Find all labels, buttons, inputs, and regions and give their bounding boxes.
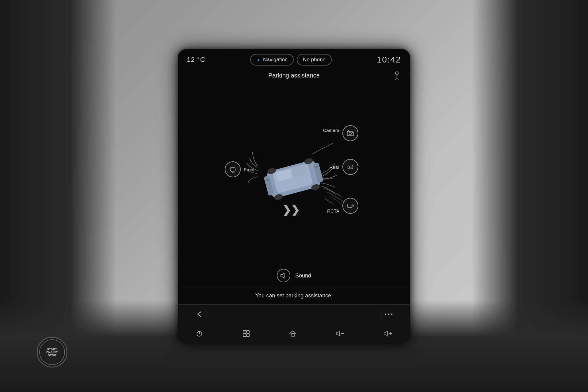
svg-marker-29 [281, 273, 284, 278]
dashboard-background: START ENGINE STOP 12 °C ▲ Navigation No … [0, 0, 588, 392]
main-content: ❯❯ Front [178, 83, 410, 304]
nav-buttons-group: ▲ Navigation No phone [250, 54, 332, 66]
svg-point-31 [388, 314, 390, 315]
volume-down-button[interactable] [333, 328, 347, 339]
back-icon [195, 310, 203, 318]
svg-rect-36 [247, 330, 249, 333]
svg-text:❯❯: ❯❯ [282, 204, 300, 216]
vol-up-icon [383, 330, 393, 337]
svg-rect-37 [243, 334, 246, 337]
svg-line-6 [325, 198, 333, 204]
svg-marker-40 [336, 331, 340, 336]
time-display: 10:42 [377, 55, 401, 65]
phone-button[interactable]: No phone [297, 54, 332, 66]
svg-point-30 [385, 314, 386, 315]
svg-line-2 [395, 78, 397, 80]
sound-button[interactable] [277, 269, 290, 282]
page-title-bar: Parking assistance [178, 69, 410, 83]
sound-section: Sound [268, 265, 320, 287]
svg-line-4 [312, 143, 333, 154]
bottom-navigation [178, 304, 410, 343]
camera-sensor-label: Camera [323, 128, 339, 133]
navigation-button[interactable]: ▲ Navigation [250, 54, 294, 66]
svg-point-25 [352, 132, 353, 133]
temperature-display: 12 °C [187, 56, 205, 64]
svg-point-32 [391, 314, 393, 315]
rcta-sensor-button[interactable] [342, 198, 358, 214]
grid-button[interactable] [240, 327, 253, 340]
page-title: Parking assistance [198, 72, 390, 79]
svg-line-3 [397, 78, 398, 80]
info-text: You can set parking assistance. [246, 287, 342, 304]
svg-point-0 [395, 72, 398, 75]
svg-rect-26 [348, 165, 353, 169]
engine-start-button[interactable]: START ENGINE STOP [37, 337, 67, 368]
svg-rect-38 [247, 334, 249, 337]
grid-icon [242, 330, 250, 337]
nav-arrow-icon: ▲ [256, 57, 261, 62]
back-button[interactable] [193, 308, 206, 321]
svg-marker-42 [384, 331, 387, 336]
power-button[interactable] [193, 327, 206, 340]
bottom-nav-top-row [178, 305, 410, 324]
more-icon [385, 313, 393, 316]
navigation-label: Navigation [263, 57, 288, 63]
svg-rect-35 [243, 330, 246, 333]
rcta-sensor-label: RCTA [327, 208, 339, 213]
svg-rect-39 [291, 334, 294, 336]
top-bar: 12 °C ▲ Navigation No phone 10:42 [178, 49, 410, 69]
rear-sensor-icon [346, 163, 355, 171]
svg-point-27 [349, 166, 351, 168]
rear-sensor-label: Rear [329, 164, 339, 170]
power-icon [195, 330, 203, 337]
camera-sensor-button[interactable] [342, 125, 358, 141]
home-icon [289, 330, 297, 337]
bottom-nav-bottom-row [178, 324, 410, 343]
rcta-sensor-icon [346, 202, 355, 210]
engine-label-engine: ENGINE [46, 351, 58, 354]
vol-down-icon [336, 330, 345, 337]
more-button[interactable] [382, 310, 395, 318]
car-svg-container: ❯❯ Front [221, 119, 368, 229]
front-sensor-button[interactable] [225, 161, 241, 177]
nav-divider-left [206, 310, 206, 318]
sound-label: Sound [295, 273, 311, 279]
camera-sensor-icon [346, 129, 355, 138]
speaker-icon [280, 272, 287, 279]
front-sensor-label: Front [244, 167, 254, 172]
home-button[interactable] [286, 327, 299, 340]
settings-icon-area [390, 71, 401, 80]
infotainment-screen: 12 °C ▲ Navigation No phone 10:42 Parkin… [178, 49, 410, 343]
person-icon [393, 71, 401, 80]
car-visualization: ❯❯ Front [178, 83, 410, 265]
engine-label-stop: STOP [48, 354, 56, 357]
svg-rect-28 [348, 204, 352, 208]
phone-label: No phone [303, 57, 326, 63]
rear-sensor-button[interactable] [342, 159, 358, 175]
front-sensor-icon [228, 165, 237, 174]
svg-rect-21 [230, 168, 235, 171]
svg-point-23 [349, 132, 352, 135]
engine-label-start: START [47, 348, 57, 351]
volume-up-button[interactable] [381, 328, 395, 339]
